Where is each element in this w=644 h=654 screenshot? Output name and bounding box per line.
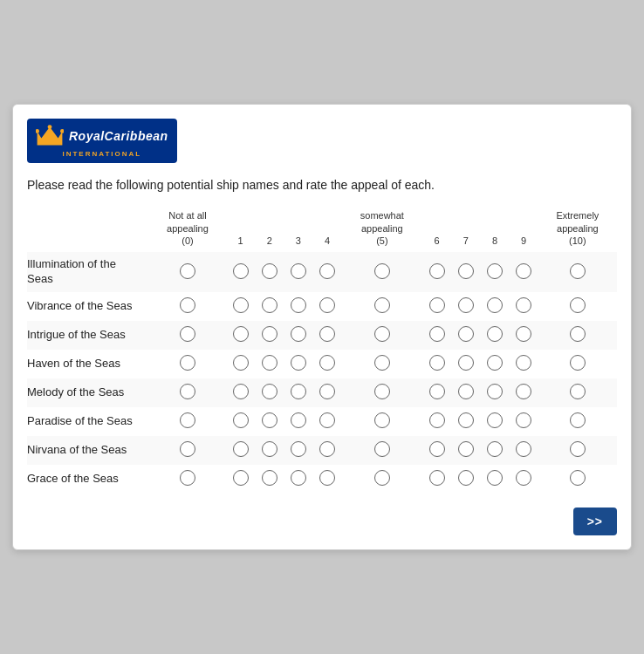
radio-ship6-val9[interactable] bbox=[516, 441, 531, 457]
radio-ship4-val1[interactable] bbox=[233, 384, 249, 399]
radio-ship6-val6[interactable] bbox=[429, 441, 445, 457]
radio-ship7-val5[interactable] bbox=[374, 470, 390, 486]
radio-ship4-val4[interactable] bbox=[319, 384, 335, 399]
radio-ship2-val2[interactable] bbox=[262, 326, 277, 342]
radio-ship5-val10[interactable] bbox=[570, 412, 586, 428]
radio-ship2-val4[interactable] bbox=[319, 326, 335, 342]
rating-cell bbox=[451, 350, 480, 378]
radio-ship6-val7[interactable] bbox=[458, 441, 474, 457]
rating-cell bbox=[255, 252, 284, 292]
radio-ship0-val8[interactable] bbox=[487, 263, 503, 279]
radio-ship3-val6[interactable] bbox=[429, 355, 445, 371]
rating-cell bbox=[422, 465, 451, 494]
next-button[interactable]: >> bbox=[573, 508, 617, 535]
radio-ship7-val2[interactable] bbox=[262, 470, 277, 486]
radio-ship3-val9[interactable] bbox=[516, 355, 531, 371]
radio-ship5-val3[interactable] bbox=[291, 412, 306, 428]
radio-ship0-val7[interactable] bbox=[458, 263, 474, 279]
radio-ship3-val0[interactable] bbox=[180, 355, 195, 371]
radio-ship7-val9[interactable] bbox=[516, 470, 531, 486]
radio-ship2-val9[interactable] bbox=[516, 326, 531, 342]
radio-ship1-val1[interactable] bbox=[233, 297, 249, 313]
radio-ship5-val0[interactable] bbox=[180, 412, 195, 428]
rating-cell bbox=[342, 465, 422, 494]
radio-ship2-val7[interactable] bbox=[458, 326, 474, 342]
rating-cell bbox=[255, 321, 284, 350]
radio-ship3-val7[interactable] bbox=[458, 355, 474, 371]
radio-ship5-val1[interactable] bbox=[233, 412, 249, 428]
radio-ship1-val0[interactable] bbox=[180, 297, 195, 313]
radio-ship4-val3[interactable] bbox=[291, 384, 306, 399]
radio-ship3-val8[interactable] bbox=[487, 355, 503, 371]
radio-ship2-val0[interactable] bbox=[180, 326, 195, 342]
radio-ship7-val10[interactable] bbox=[570, 470, 586, 486]
radio-ship3-val1[interactable] bbox=[233, 355, 249, 371]
radio-ship3-val10[interactable] bbox=[570, 355, 586, 371]
radio-ship2-val10[interactable] bbox=[570, 326, 586, 342]
radio-ship3-val4[interactable] bbox=[319, 355, 335, 371]
radio-ship5-val2[interactable] bbox=[262, 412, 277, 428]
radio-ship3-val2[interactable] bbox=[262, 355, 277, 371]
radio-ship6-val3[interactable] bbox=[291, 441, 306, 457]
radio-ship4-val2[interactable] bbox=[262, 384, 277, 399]
rating-cell bbox=[510, 252, 538, 292]
radio-ship5-val6[interactable] bbox=[429, 412, 445, 428]
radio-ship7-val6[interactable] bbox=[429, 470, 445, 486]
radio-ship2-val8[interactable] bbox=[487, 326, 503, 342]
radio-ship1-val2[interactable] bbox=[262, 297, 277, 313]
radio-ship6-val2[interactable] bbox=[262, 441, 277, 457]
radio-ship5-val7[interactable] bbox=[458, 412, 474, 428]
radio-ship1-val9[interactable] bbox=[516, 297, 531, 313]
table-row: Intrigue of the Seas bbox=[27, 321, 617, 350]
radio-ship6-val10[interactable] bbox=[570, 441, 586, 457]
rating-cell bbox=[422, 252, 451, 292]
radio-ship0-val0[interactable] bbox=[180, 263, 195, 279]
radio-ship7-val4[interactable] bbox=[319, 470, 335, 486]
radio-ship6-val1[interactable] bbox=[233, 441, 249, 457]
radio-ship2-val1[interactable] bbox=[233, 326, 249, 342]
radio-ship1-val3[interactable] bbox=[291, 297, 306, 313]
radio-ship4-val9[interactable] bbox=[516, 384, 531, 399]
radio-ship7-val0[interactable] bbox=[180, 470, 195, 486]
radio-ship1-val10[interactable] bbox=[570, 297, 586, 313]
radio-ship5-val4[interactable] bbox=[319, 412, 335, 428]
radio-ship1-val6[interactable] bbox=[429, 297, 445, 313]
radio-ship3-val3[interactable] bbox=[291, 355, 306, 371]
radio-ship0-val4[interactable] bbox=[319, 263, 335, 279]
radio-ship5-val5[interactable] bbox=[374, 412, 390, 428]
radio-ship7-val1[interactable] bbox=[233, 470, 249, 486]
crown-icon bbox=[36, 124, 64, 148]
radio-ship0-val9[interactable] bbox=[516, 263, 531, 279]
radio-ship1-val7[interactable] bbox=[458, 297, 474, 313]
radio-ship0-val1[interactable] bbox=[233, 263, 249, 279]
radio-ship6-val5[interactable] bbox=[374, 441, 390, 457]
radio-ship1-val4[interactable] bbox=[319, 297, 335, 313]
radio-ship0-val10[interactable] bbox=[570, 263, 586, 279]
radio-ship0-val2[interactable] bbox=[262, 263, 277, 279]
radio-ship0-val5[interactable] bbox=[374, 263, 390, 279]
radio-ship7-val8[interactable] bbox=[487, 470, 503, 486]
rating-cell bbox=[510, 465, 538, 494]
radio-ship3-val5[interactable] bbox=[374, 355, 390, 371]
radio-ship1-val8[interactable] bbox=[487, 297, 503, 313]
radio-ship4-val0[interactable] bbox=[180, 384, 195, 399]
radio-ship0-val3[interactable] bbox=[291, 263, 306, 279]
radio-ship4-val7[interactable] bbox=[458, 384, 474, 399]
radio-ship2-val6[interactable] bbox=[429, 326, 445, 342]
radio-ship6-val8[interactable] bbox=[487, 441, 503, 457]
radio-ship0-val6[interactable] bbox=[429, 263, 445, 279]
radio-ship2-val3[interactable] bbox=[291, 326, 306, 342]
radio-ship1-val5[interactable] bbox=[374, 297, 390, 313]
radio-ship4-val5[interactable] bbox=[374, 384, 390, 399]
radio-ship5-val8[interactable] bbox=[487, 412, 503, 428]
table-row: Melody of the Seas bbox=[27, 378, 617, 407]
radio-ship6-val4[interactable] bbox=[319, 441, 335, 457]
radio-ship4-val8[interactable] bbox=[487, 384, 503, 399]
radio-ship7-val7[interactable] bbox=[458, 470, 474, 486]
radio-ship2-val5[interactable] bbox=[374, 326, 390, 342]
radio-ship4-val6[interactable] bbox=[429, 384, 445, 399]
radio-ship6-val0[interactable] bbox=[180, 441, 195, 457]
radio-ship7-val3[interactable] bbox=[291, 470, 306, 486]
radio-ship5-val9[interactable] bbox=[516, 412, 531, 428]
radio-ship4-val10[interactable] bbox=[570, 384, 586, 399]
